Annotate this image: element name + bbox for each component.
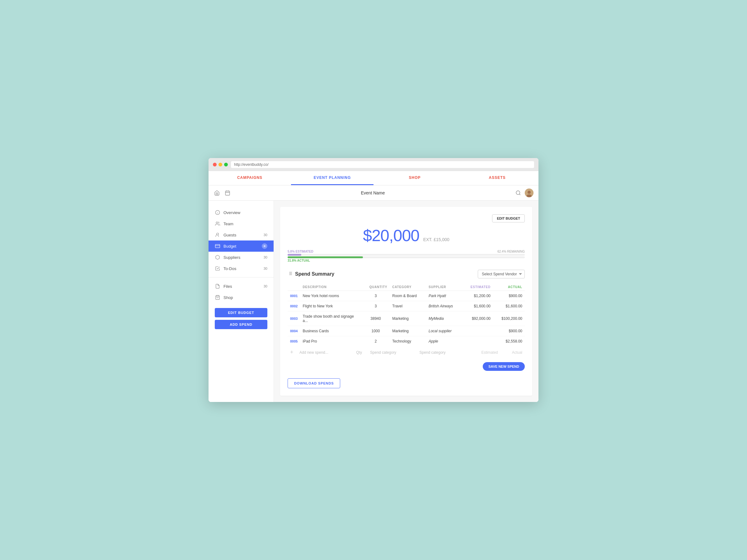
svg-rect-0 xyxy=(225,191,230,195)
col-description: DESCRIPTION xyxy=(300,284,361,291)
sidebar-buttons: EDIT BUDGET ADD SPEND xyxy=(209,303,274,334)
nav-item-assets[interactable]: ASSETS xyxy=(456,171,538,185)
traffic-light-red[interactable] xyxy=(213,163,216,166)
col-quantity: QUANTITY xyxy=(362,284,390,291)
shop-icon xyxy=(215,295,221,300)
svg-point-4 xyxy=(516,191,520,194)
todos-badge: 30 xyxy=(264,267,267,270)
add-qty[interactable]: Qty xyxy=(351,346,367,358)
row-id[interactable]: 0002 xyxy=(290,304,298,308)
row-category: Room & Board xyxy=(390,291,426,301)
spend-table: DESCRIPTION QUANTITY CATEGORY SUPPLIER E… xyxy=(288,284,525,346)
sidebar-item-budget[interactable]: Budget xyxy=(209,240,274,252)
sidebar-divider xyxy=(209,277,274,277)
edit-budget-sidebar-button[interactable]: EDIT BUDGET xyxy=(215,308,267,317)
nav-item-campaigns[interactable]: CAMPAIGNS xyxy=(209,171,291,185)
col-id xyxy=(288,284,300,291)
sidebar-item-suppliers[interactable]: Suppliers 30 xyxy=(209,252,274,263)
sidebar-item-overview[interactable]: Overview xyxy=(209,207,274,218)
row-quantity: 3 xyxy=(362,301,390,312)
edit-budget-button[interactable]: EDIT BUDGET xyxy=(492,214,525,222)
files-badge: 30 xyxy=(264,284,267,288)
table-row: 0001 New York hotel rooms 3 Room & Board… xyxy=(288,291,525,301)
row-description: Business Cards xyxy=(300,326,361,336)
traffic-light-green[interactable] xyxy=(224,163,228,166)
remaining-label: 62.4% REMAINING xyxy=(497,250,525,253)
table-footer: SAVE NEW SPEND xyxy=(288,359,525,371)
sidebar-item-shop[interactable]: Shop xyxy=(209,292,274,303)
search-icon[interactable] xyxy=(515,189,522,196)
estimated-label: 5.8% ESTIMATED xyxy=(288,250,313,253)
row-actual: $100,200.00 xyxy=(493,312,525,326)
row-id[interactable]: 0001 xyxy=(290,294,298,298)
add-category[interactable]: Spend category xyxy=(367,346,417,358)
row-id[interactable]: 0005 xyxy=(290,340,298,343)
table-row: 0002 Flight to New York 3 Travel British… xyxy=(288,301,525,312)
sidebar: Overview Team xyxy=(209,201,274,402)
col-actual: ACTUAL xyxy=(493,284,525,291)
traffic-light-yellow[interactable] xyxy=(218,163,222,166)
event-name: Event Name xyxy=(231,190,515,195)
svg-point-16 xyxy=(264,245,265,247)
budget-ext-amount: EXT. £15,000 xyxy=(423,237,449,242)
sidebar-item-todos[interactable]: To-Dos 30 xyxy=(209,263,274,274)
svg-line-5 xyxy=(519,194,520,195)
add-icon[interactable]: + xyxy=(288,346,297,358)
row-estimated xyxy=(462,326,493,336)
add-supplier[interactable]: Spend category xyxy=(417,346,466,358)
sidebar-item-label: Guests xyxy=(224,233,236,237)
budget-main-amount: $20,000 xyxy=(363,226,419,244)
save-new-spend-button[interactable]: SAVE NEW SPEND xyxy=(483,362,525,371)
add-spend-button[interactable]: ADD SPEND xyxy=(215,320,267,329)
avatar[interactable] xyxy=(525,189,534,197)
row-description: New York hotel rooms xyxy=(300,291,361,301)
sidebar-item-label: Team xyxy=(224,221,233,226)
sidebar-item-label: Overview xyxy=(224,210,240,215)
sidebar-item-guests[interactable]: Guests 30 xyxy=(209,229,274,240)
sidebar-item-label: To-Dos xyxy=(224,266,236,271)
team-icon xyxy=(215,221,221,226)
suppliers-icon xyxy=(215,255,221,260)
sidebar-item-label: Files xyxy=(224,284,232,289)
add-estimated[interactable]: Estimated xyxy=(466,346,500,358)
spend-summary-header: Spend Summary Select Spend Vendor xyxy=(288,270,525,278)
address-bar[interactable]: http://eventbuddy.co/ xyxy=(231,161,534,168)
row-supplier: British Airways xyxy=(426,301,462,312)
estimated-progress-fill xyxy=(288,254,301,256)
download-spends-button[interactable]: DOWNLOAD SPENDS xyxy=(288,378,340,388)
row-supplier: Park Hyatt xyxy=(426,291,462,301)
row-actual: $900.00 xyxy=(493,326,525,336)
row-id[interactable]: 0004 xyxy=(290,329,298,333)
svg-point-7 xyxy=(527,191,531,194)
actual-progress-track xyxy=(288,256,525,258)
main-layout: Overview Team xyxy=(209,201,538,402)
col-supplier: SUPPLIER xyxy=(426,284,462,291)
sidebar-item-label: Budget xyxy=(224,244,236,248)
budget-amount-row: $20,000 EXT. £15,000 xyxy=(288,226,525,245)
table-row: 0005 iPad Pro 2 Technology Apple $2,558.… xyxy=(288,336,525,347)
guests-badge: 30 xyxy=(264,233,267,237)
spend-add-table: + Add new spend... Qty Spend category Sp… xyxy=(288,346,525,358)
nav-item-shop[interactable]: SHOP xyxy=(374,171,456,185)
row-estimated: $1,200.00 xyxy=(462,291,493,301)
nav-item-event-planning[interactable]: EVENT PLANNING xyxy=(291,171,374,185)
vendor-select[interactable]: Select Spend Vendor xyxy=(478,270,525,278)
add-description[interactable]: Add new spend... xyxy=(297,346,351,358)
sidebar-item-label: Shop xyxy=(224,295,233,300)
add-actual[interactable]: Actual xyxy=(500,346,525,358)
home-icon[interactable] xyxy=(213,189,221,196)
row-category: Technology xyxy=(390,336,426,347)
sidebar-item-files[interactable]: Files 30 xyxy=(209,281,274,292)
row-estimated xyxy=(462,336,493,347)
todos-icon xyxy=(215,266,221,271)
row-supplier: MyMedia xyxy=(426,312,462,326)
sub-header-right xyxy=(515,189,534,197)
table-header-row: DESCRIPTION QUANTITY CATEGORY SUPPLIER E… xyxy=(288,284,525,291)
svg-point-12 xyxy=(216,222,217,223)
calendar-icon[interactable] xyxy=(224,189,231,196)
sidebar-item-team[interactable]: Team xyxy=(209,218,274,229)
row-actual: $900.00 xyxy=(493,291,525,301)
row-estimated: $1,600.00 xyxy=(462,301,493,312)
row-id[interactable]: 0003 xyxy=(290,317,298,320)
actual-label: 31.8% ACTUAL xyxy=(288,259,525,262)
